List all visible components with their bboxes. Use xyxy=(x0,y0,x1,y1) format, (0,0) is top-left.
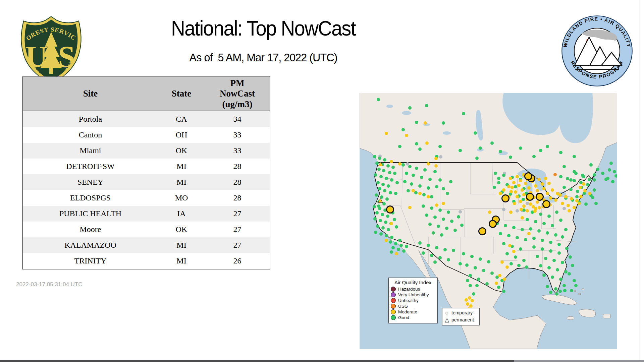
monitor-dot-good xyxy=(539,149,542,152)
permanent-label: permanent xyxy=(451,317,474,323)
table-row: SENEYMI28 xyxy=(22,174,270,190)
monitor-dot-good xyxy=(377,98,380,101)
monitor-dot-good xyxy=(561,261,564,264)
monitor-dot-good xyxy=(469,274,472,277)
cell-state: MI xyxy=(158,253,205,269)
monitor-dot-good xyxy=(469,284,472,287)
monitor-dot-moderate xyxy=(424,121,427,125)
monitor-dot-moderate xyxy=(434,157,438,160)
monitor-dot-good xyxy=(377,204,380,208)
monitor-dot-moderate xyxy=(418,192,422,195)
monitor-dot-good xyxy=(504,224,507,227)
aqi-map: Air Quality Index HazardousVery Unhealth… xyxy=(360,93,617,349)
monitor-dot-good xyxy=(522,198,525,201)
monitor-dot-good xyxy=(435,246,438,249)
monitor-dot-good xyxy=(453,229,457,232)
monitor-dot-good xyxy=(497,177,500,180)
monitor-dot-good xyxy=(399,244,403,247)
monitor-dot-good xyxy=(450,220,453,223)
monitor-dot-moderate xyxy=(588,192,591,195)
monitor-dot-good xyxy=(446,192,449,195)
monitor-dot-good xyxy=(512,226,516,229)
monitor-dot-good xyxy=(608,168,611,172)
monitor-dot-good xyxy=(573,155,576,158)
top-site-circle xyxy=(536,193,543,200)
monitor-dot-good xyxy=(611,180,614,183)
monitor-dot-good xyxy=(381,226,385,230)
monitor-dot-good xyxy=(589,163,593,167)
cell-pm-value: 28 xyxy=(205,190,270,206)
monitor-dot-good xyxy=(433,260,437,264)
monitor-dot-moderate xyxy=(499,192,502,195)
monitor-dot-good xyxy=(558,290,562,293)
monitor-dot-moderate xyxy=(507,185,511,188)
table-row: TRINITYMI26 xyxy=(22,253,270,269)
aqi-color-dot-icon xyxy=(391,298,396,303)
monitor-dot-good xyxy=(430,254,433,257)
monitor-dot-good xyxy=(573,179,576,182)
monitor-dot-good xyxy=(394,242,397,245)
monitor-dot-good xyxy=(551,276,554,279)
monitor-dot-moderate xyxy=(513,202,516,205)
aqi-legend: Air Quality Index HazardousVery Unhealth… xyxy=(388,278,438,323)
monitor-dot-good xyxy=(541,239,544,242)
cell-site: PUBLIC HEALTH xyxy=(22,206,158,222)
monitor-dot-unknown xyxy=(502,208,505,211)
monitor-dot-good xyxy=(387,184,390,188)
monitor-dot-moderate xyxy=(522,193,526,196)
monitor-dot-moderate xyxy=(532,205,535,208)
table-row: MiamiOK33 xyxy=(22,143,270,159)
aqi-legend-title: Air Quality Index xyxy=(391,280,435,285)
monitor-dot-good xyxy=(435,185,438,188)
aqi-legend-item: Unhealthy xyxy=(391,298,435,303)
monitor-dot-moderate xyxy=(498,274,501,277)
monitor-dot-good xyxy=(391,166,395,169)
table-row: PortolaCA34 xyxy=(22,111,270,127)
monitor-dot-moderate xyxy=(517,184,521,187)
legend-row-temporary: ○ temporary xyxy=(444,309,477,316)
monitor-dot-good xyxy=(408,165,412,168)
monitor-dot-moderate xyxy=(546,192,549,195)
monitor-dot-moderate xyxy=(495,282,498,285)
top-nowcast-table: Site State PM NowCast (ug/m3) PortolaCA3… xyxy=(22,76,270,269)
cell-state: MO xyxy=(158,190,205,206)
monitor-dot-good xyxy=(497,181,500,184)
top-site-circle xyxy=(479,228,486,235)
cell-pm-value: 33 xyxy=(205,127,270,143)
table-row: PUBLIC HEALTHIA27 xyxy=(22,206,270,222)
monitor-dot-moderate xyxy=(488,210,491,214)
monitor-dot-good xyxy=(562,284,566,287)
monitor-dot-moderate xyxy=(583,189,587,192)
monitor-dot-good xyxy=(470,255,474,258)
monitor-dot-good xyxy=(393,172,396,175)
monitor-dot-good xyxy=(509,156,512,159)
cell-pm-value: 26 xyxy=(205,253,270,269)
monitor-dot-good xyxy=(519,146,522,150)
monitor-dot-good xyxy=(442,187,445,190)
monitor-dot-moderate xyxy=(508,244,512,247)
table-row: MooreOK27 xyxy=(22,222,270,237)
monitor-dot-good xyxy=(383,158,386,162)
monitor-dot-good xyxy=(549,249,552,253)
cell-site: Canton xyxy=(22,127,158,143)
monitor-dot-good xyxy=(539,264,542,267)
slide: FOREST SERVICE U S DEPARTMENT OF AGRICUL… xyxy=(0,0,644,362)
monitor-dot-good xyxy=(472,292,475,296)
temporary-circle-icon: ○ xyxy=(444,309,449,316)
monitor-dot-good xyxy=(385,177,388,180)
monitor-dot-good xyxy=(378,157,381,160)
monitor-dot-good xyxy=(398,145,401,148)
monitor-dot-good xyxy=(582,175,585,178)
top-site-circle xyxy=(527,193,534,200)
monitor-dot-good xyxy=(474,266,477,269)
monitor-dot-good xyxy=(604,178,608,181)
monitor-dot-good xyxy=(490,141,494,145)
monitor-dot-good xyxy=(428,223,432,226)
monitor-dot-good xyxy=(475,157,479,160)
monitor-dot-unknown xyxy=(562,207,566,210)
monitor-dot-moderate xyxy=(536,200,539,204)
progress-bar-track xyxy=(0,360,644,362)
monitor-dot-good xyxy=(452,249,455,252)
monitor-dot-good xyxy=(381,213,384,216)
monitor-dot-good xyxy=(474,131,477,135)
